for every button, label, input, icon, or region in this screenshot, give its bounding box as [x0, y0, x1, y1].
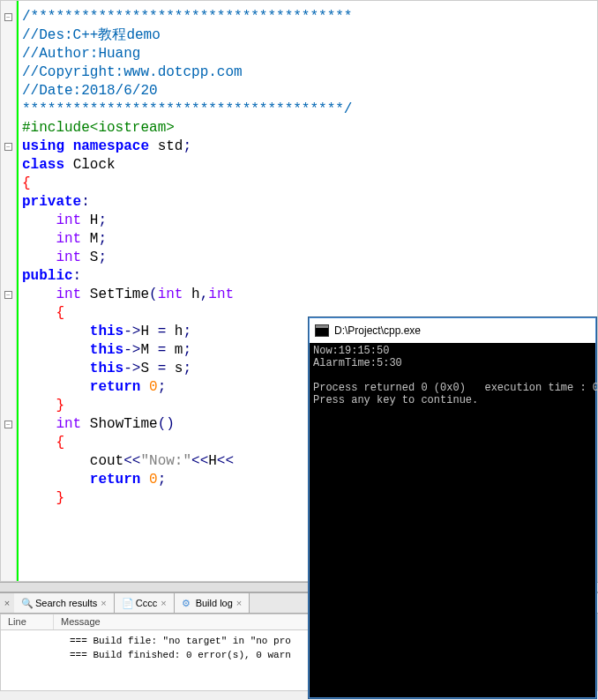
- fold-marker[interactable]: −: [4, 13, 12, 21]
- tab-cccc[interactable]: 📄 Cccc ×: [115, 593, 175, 613]
- close-icon[interactable]: ×: [0, 598, 14, 608]
- console-line: Now:19:15:50: [313, 345, 389, 357]
- tab-search-results[interactable]: 🔍 Search results ×: [14, 593, 115, 613]
- tab-label: Search results: [35, 598, 97, 608]
- search-icon: 🔍: [21, 598, 32, 608]
- tab-label: Build log: [196, 598, 233, 608]
- preproc: #include<iostream>: [22, 120, 175, 136]
- this: this: [90, 324, 123, 339]
- comment: /**************************************: [22, 9, 352, 25]
- gear-icon: ⚙: [182, 598, 192, 608]
- brace: {: [22, 175, 31, 191]
- keyword: class: [22, 157, 64, 173]
- comment: //Date:2018/6/20: [22, 83, 158, 99]
- comment: //Author:Huang: [22, 46, 140, 62]
- comment: **************************************/: [22, 101, 352, 117]
- keyword: private: [22, 194, 81, 210]
- type: int: [56, 231, 81, 247]
- close-icon[interactable]: ×: [101, 598, 106, 608]
- ident: std: [158, 138, 183, 154]
- console-output: Now:19:15:50 AlarmTime:5:30 Process retu…: [310, 343, 595, 408]
- comment: //Copyright:www.dotcpp.com: [22, 64, 243, 80]
- keyword: namespace: [73, 138, 149, 154]
- keyword: using: [22, 138, 64, 154]
- close-icon[interactable]: ×: [161, 598, 166, 608]
- type: int: [56, 212, 81, 228]
- console-titlebar[interactable]: D:\Project\cpp.exe: [310, 318, 595, 343]
- fold-marker[interactable]: −: [4, 421, 12, 428]
- file-icon: 📄: [122, 598, 132, 608]
- ident: Clock: [73, 157, 116, 173]
- console-title: D:\Project\cpp.exe: [334, 324, 421, 337]
- fold-marker[interactable]: −: [4, 291, 12, 299]
- type: int: [56, 287, 81, 302]
- fold-marker[interactable]: −: [4, 143, 12, 151]
- tab-label: Cccc: [136, 598, 157, 608]
- close-icon[interactable]: ×: [236, 598, 242, 608]
- console-line: Process returned 0 (0x0) execution time …: [313, 382, 598, 394]
- tab-build-log[interactable]: ⚙ Build log ×: [175, 593, 250, 613]
- console-window[interactable]: D:\Project\cpp.exe Now:19:15:50 AlarmTim…: [309, 317, 596, 698]
- col-line[interactable]: Line: [1, 614, 54, 629]
- console-line: AlarmTime:5:30: [313, 357, 402, 369]
- keyword: public: [22, 268, 73, 284]
- console-icon: [315, 324, 329, 337]
- console-line: Press any key to continue.: [313, 394, 478, 406]
- fold-gutter: − − − −: [1, 1, 17, 581]
- type: int: [56, 249, 81, 265]
- comment: //Des:C++教程demo: [22, 27, 161, 43]
